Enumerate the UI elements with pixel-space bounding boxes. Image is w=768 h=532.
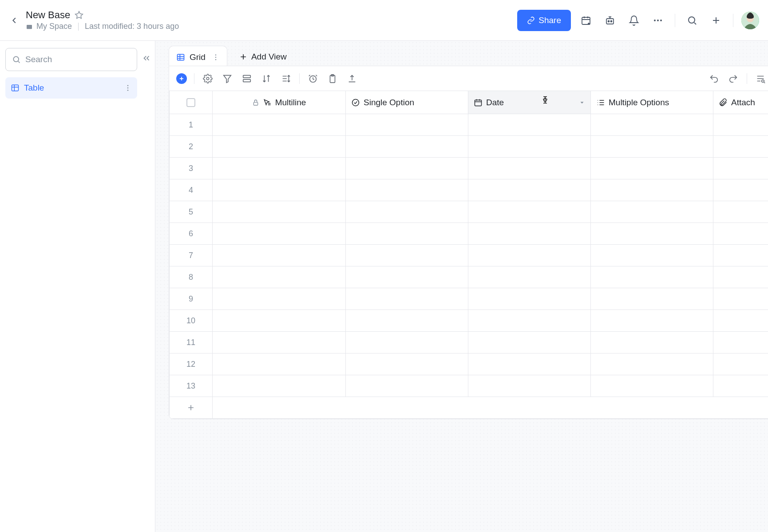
share-button[interactable]: Share (517, 10, 571, 31)
sort-icon[interactable] (260, 72, 273, 85)
cell[interactable] (713, 375, 768, 397)
clipboard-icon[interactable] (326, 72, 339, 85)
column-header-multiple-options[interactable]: Multiple Options (591, 91, 713, 114)
column-header-single-option[interactable]: Single Option (346, 91, 468, 114)
search-icon[interactable] (683, 12, 701, 29)
base-title[interactable]: New Base (26, 9, 70, 21)
cell[interactable] (346, 223, 468, 244)
cell[interactable] (591, 223, 713, 244)
robot-icon[interactable] (601, 12, 619, 29)
cell[interactable] (346, 114, 468, 135)
reminder-icon[interactable] (307, 72, 319, 85)
sidebar-search-input[interactable] (25, 55, 131, 64)
cell[interactable] (213, 223, 346, 244)
column-header-attachment[interactable]: Attach (713, 91, 768, 114)
cell[interactable] (591, 158, 713, 179)
cell[interactable] (468, 353, 591, 375)
cell[interactable] (713, 332, 768, 353)
add-view-button[interactable]: Add View (232, 46, 294, 68)
cell[interactable] (346, 332, 468, 353)
cell[interactable] (468, 332, 591, 353)
cell[interactable] (468, 310, 591, 331)
calendar-add-icon[interactable] (577, 12, 595, 29)
cell[interactable] (591, 288, 713, 310)
cell[interactable] (591, 179, 713, 201)
sidebar-search[interactable] (5, 48, 137, 71)
cell[interactable] (591, 245, 713, 266)
row-number[interactable]: 13 (169, 375, 213, 397)
row-number[interactable]: 10 (169, 310, 213, 331)
cell[interactable] (346, 136, 468, 157)
cell[interactable] (591, 114, 713, 135)
cell[interactable] (468, 223, 591, 244)
cell[interactable] (468, 288, 591, 310)
cell[interactable] (346, 375, 468, 397)
bell-icon[interactable] (625, 12, 643, 29)
cell[interactable] (591, 201, 713, 222)
row-number[interactable]: 8 (169, 266, 213, 288)
row-number[interactable]: 9 (169, 288, 213, 310)
row-number[interactable]: 5 (169, 201, 213, 222)
add-row-button[interactable] (169, 397, 213, 418)
column-header-multiline[interactable]: Multiline (213, 91, 346, 114)
more-vertical-icon[interactable] (212, 53, 220, 61)
space-link[interactable]: My Space (26, 22, 72, 31)
cell[interactable] (346, 201, 468, 222)
row-number[interactable]: 6 (169, 223, 213, 244)
add-record-button[interactable] (176, 73, 187, 84)
cell[interactable] (713, 201, 768, 222)
filter-icon[interactable] (221, 72, 234, 85)
cell[interactable] (213, 353, 346, 375)
cell[interactable] (713, 114, 768, 135)
cell[interactable] (468, 245, 591, 266)
cell[interactable] (468, 136, 591, 157)
cell[interactable] (346, 179, 468, 201)
chevron-down-icon[interactable] (579, 99, 585, 106)
cell[interactable] (591, 266, 713, 288)
cell[interactable] (346, 245, 468, 266)
cell[interactable] (591, 375, 713, 397)
sidebar-item-table[interactable]: Table (5, 77, 137, 99)
settings-icon[interactable] (202, 72, 214, 85)
row-number[interactable]: 1 (169, 114, 213, 135)
cell[interactable] (713, 179, 768, 201)
more-vertical-icon[interactable] (124, 84, 132, 92)
cell[interactable] (213, 310, 346, 331)
cell[interactable] (213, 375, 346, 397)
row-number[interactable]: 11 (169, 332, 213, 353)
cell[interactable] (591, 310, 713, 331)
cell[interactable] (213, 158, 346, 179)
cell[interactable] (591, 332, 713, 353)
cell[interactable] (213, 136, 346, 157)
cell[interactable] (713, 223, 768, 244)
cell[interactable] (213, 288, 346, 310)
row-number[interactable]: 3 (169, 158, 213, 179)
cell[interactable] (213, 179, 346, 201)
row-number[interactable]: 12 (169, 353, 213, 375)
cell[interactable] (713, 266, 768, 288)
collapse-sidebar-icon[interactable] (142, 53, 151, 525)
row-height-icon[interactable] (280, 72, 292, 85)
row-number[interactable]: 4 (169, 179, 213, 201)
favorite-icon[interactable] (75, 11, 83, 20)
row-number[interactable]: 2 (169, 136, 213, 157)
back-button[interactable] (9, 15, 20, 26)
cell[interactable] (713, 353, 768, 375)
cell[interactable] (346, 158, 468, 179)
cell[interactable] (591, 353, 713, 375)
cell[interactable] (213, 266, 346, 288)
select-all-cell[interactable] (169, 91, 213, 114)
cell[interactable] (468, 179, 591, 201)
cell[interactable] (713, 310, 768, 331)
cell[interactable] (346, 266, 468, 288)
cell[interactable] (713, 158, 768, 179)
plus-icon[interactable] (707, 12, 725, 29)
cell[interactable] (213, 201, 346, 222)
view-tab-grid[interactable]: Grid (169, 46, 227, 68)
redo-icon[interactable] (727, 72, 740, 85)
cell[interactable] (468, 158, 591, 179)
column-header-date[interactable]: Date (468, 91, 591, 114)
row-number[interactable]: 7 (169, 245, 213, 266)
cell[interactable] (213, 245, 346, 266)
more-horizontal-icon[interactable] (649, 12, 667, 29)
